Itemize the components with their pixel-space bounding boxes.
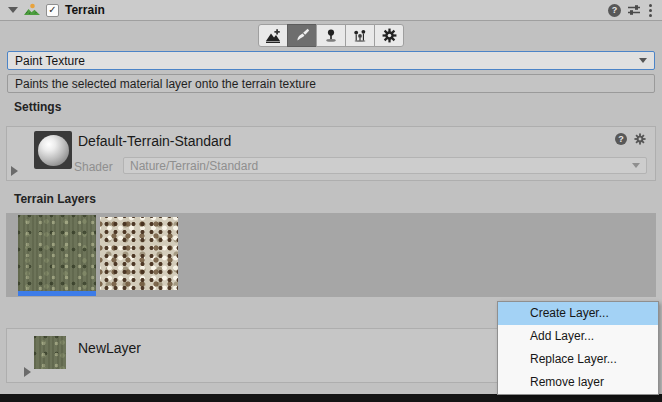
- menu-item-remove-layer[interactable]: Remove layer: [498, 371, 658, 394]
- tool-description-box: Paints the selected material layer onto …: [7, 74, 655, 93]
- new-layer-thumbnail[interactable]: [34, 336, 66, 369]
- terrain-inspector: ✓ Terrain ?: [0, 0, 662, 402]
- help-icon[interactable]: ?: [608, 4, 621, 17]
- new-layer-name: NewLayer: [78, 340, 141, 356]
- terrain-toolbar: [0, 24, 662, 47]
- component-title: Terrain: [65, 3, 105, 17]
- grass-texture-thumbnail: [18, 215, 96, 291]
- tool-description-text: Paints the selected material layer onto …: [15, 77, 316, 91]
- more-menu-icon[interactable]: [647, 4, 654, 17]
- tool-create-neighbor-button[interactable]: [258, 24, 288, 47]
- tool-mode-dropdown[interactable]: Paint Texture: [7, 51, 655, 70]
- bottom-panel-divider: [0, 394, 662, 402]
- material-preview[interactable]: [34, 131, 72, 169]
- tree-icon: [323, 28, 339, 44]
- new-layer-foldout-icon[interactable]: [24, 367, 31, 377]
- tool-paint-trees-button[interactable]: [316, 24, 346, 47]
- presets-icon[interactable]: [627, 4, 641, 16]
- chevron-down-icon: [639, 58, 647, 63]
- layer-selection-bar: [18, 291, 96, 296]
- details-icon: [352, 28, 368, 44]
- brush-icon: [294, 28, 310, 44]
- terrain-icon: [24, 3, 40, 17]
- tool-terrain-settings-button[interactable]: [374, 24, 404, 47]
- material-foldout-icon[interactable]: [11, 166, 18, 176]
- menu-item-add-layer[interactable]: Add Layer...: [498, 325, 658, 348]
- shader-dropdown: Nature/Terrain/Standard: [123, 157, 647, 174]
- material-name: Default-Terrain-Standard: [78, 133, 231, 149]
- shader-label: Shader: [74, 160, 113, 174]
- chevron-down-icon: [632, 163, 640, 168]
- settings-heading: Settings: [14, 100, 61, 114]
- material-gear-icon[interactable]: [634, 133, 646, 145]
- tool-paint-texture-button[interactable]: [287, 24, 317, 47]
- terrain-layer-gravel[interactable]: [100, 217, 178, 290]
- foldout-expanded-icon[interactable]: [8, 7, 18, 13]
- gear-icon: [382, 28, 397, 43]
- terrain-layers-heading: Terrain Layers: [14, 192, 96, 206]
- tool-mode-value: Paint Texture: [15, 54, 85, 68]
- terrain-layer-grass-selected[interactable]: [18, 215, 96, 296]
- shader-value: Nature/Terrain/Standard: [130, 159, 258, 173]
- terrain-material-panel: Default-Terrain-Standard Shader Nature/T…: [6, 126, 656, 181]
- menu-item-create-layer[interactable]: Create Layer...: [498, 302, 658, 325]
- menu-item-replace-layer[interactable]: Replace Layer...: [498, 348, 658, 371]
- mountain-plus-icon: [265, 28, 281, 44]
- enabled-checkbox[interactable]: ✓: [46, 4, 59, 17]
- terrain-layers-panel[interactable]: [6, 213, 656, 297]
- material-help-icon[interactable]: ?: [615, 133, 627, 145]
- material-sphere-thumbnail: [38, 135, 69, 166]
- inspector-header: ✓ Terrain ?: [0, 0, 662, 21]
- layer-context-menu: Create Layer... Add Layer... Replace Lay…: [497, 301, 659, 395]
- tool-paint-details-button[interactable]: [345, 24, 375, 47]
- gravel-texture-thumbnail: [100, 217, 178, 290]
